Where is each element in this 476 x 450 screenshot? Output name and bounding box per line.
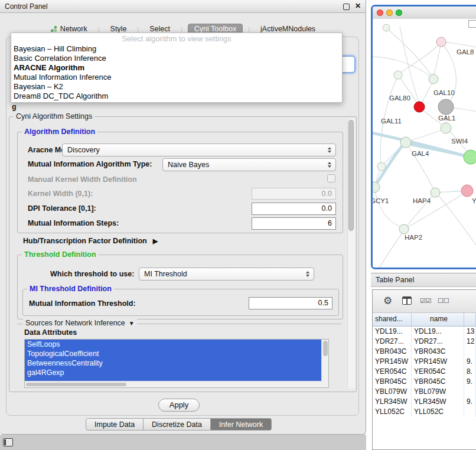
table-row[interactable]: YLL052CYLL052C [373, 407, 476, 417]
obscured-text-fragment: g [12, 103, 17, 111]
data-attributes-listbox[interactable]: SelfLoopsTopologicalCoefficientBetweenne… [24, 339, 329, 388]
threshold-definition-title: Threshold Definition [22, 250, 99, 259]
table-cell: 8. [464, 367, 476, 377]
manual-kernel-checkbox[interactable] [327, 174, 335, 182]
close-icon[interactable]: ✕ [355, 2, 361, 10]
list-horizontal-scrollbar[interactable] [25, 381, 322, 387]
attribute-item[interactable]: gal4RGexp [25, 368, 322, 377]
tab-separator: | [248, 25, 250, 32]
table-row[interactable]: YDR27...YDR27...12 [373, 337, 476, 347]
column-header[interactable]: shared... [373, 313, 412, 326]
aracne-mode-select[interactable]: Discovery [62, 144, 336, 156]
network-node-label: SWI4 [451, 138, 468, 145]
algorithm-option[interactable]: Bayesian – Hill Climbing [11, 44, 342, 54]
mi-steps-input[interactable]: 6 [252, 217, 336, 230]
table-cell: YBR043C [373, 347, 412, 357]
list-vertical-thumb[interactable] [323, 341, 328, 356]
network-node-label: HAP4 [413, 197, 431, 204]
network-node[interactable] [377, 162, 386, 171]
algorithm-option[interactable]: Mutual Information Inference [11, 73, 342, 82]
network-node[interactable] [394, 71, 402, 79]
canvas-corner-box[interactable] [468, 20, 476, 28]
network-edge [399, 42, 441, 74]
network-node[interactable] [383, 24, 390, 31]
network-node[interactable] [373, 182, 380, 193]
table-cell: 9. [464, 357, 476, 367]
mi-threshold-input[interactable]: 0.5 [249, 297, 332, 309]
table-row[interactable]: YDL19...YDL19...13 [373, 327, 476, 337]
table-cell: YDL19... [373, 327, 412, 337]
table-header-row: shared...name [373, 313, 476, 327]
which-threshold-select[interactable]: MI Threshold [139, 268, 314, 281]
table-cell [464, 387, 476, 397]
algorithm-option[interactable]: Dream8 DC_TDC Algorithm [11, 92, 342, 101]
window-minimize-button[interactable] [386, 9, 393, 16]
algorithm-option[interactable]: Basic Correlation Inference [11, 54, 342, 63]
table-cell: YER054C [412, 367, 464, 377]
column-header[interactable] [464, 313, 476, 326]
network-node[interactable] [436, 37, 446, 47]
settings-scrollbar-thumb[interactable] [348, 120, 354, 231]
deselect-all-checks-icon[interactable]: ☐☐ [438, 297, 449, 305]
list-vertical-scrollbar[interactable] [321, 340, 328, 387]
dpi-tolerance-input[interactable]: 0.0 [252, 203, 336, 215]
bottom-tab-discretize-data[interactable]: Discretize Data [144, 418, 211, 431]
table-row[interactable]: YPR145WYPR145W9. [373, 357, 476, 367]
columns-icon[interactable] [402, 296, 412, 305]
manual-kernel-label: Manual Kernel Width Definition [28, 175, 137, 184]
network-node-label: HAP2 [405, 234, 422, 241]
hub-definition-label: Hub/Transcription Factor Definition [23, 237, 147, 245]
network-node[interactable] [461, 185, 473, 197]
network-node-label: GAL10 [433, 89, 455, 96]
attribute-item[interactable]: BetweennessCentrality [25, 358, 322, 368]
attribute-item[interactable]: TopologicalCoefficient [25, 349, 322, 358]
bottom-tab-infer-network[interactable]: Infer Network [211, 418, 272, 431]
network-node-label: GAL4 [412, 150, 429, 157]
settings-scrollbar[interactable] [347, 119, 355, 389]
window-zoom-button[interactable] [396, 9, 402, 16]
network-node[interactable] [414, 102, 425, 112]
network-node[interactable] [431, 188, 440, 197]
cyni-algorithm-settings-group: Cyni Algorithm Settings Algorithm Defini… [9, 116, 357, 392]
network-edge [436, 191, 465, 193]
panel-restore-icon[interactable] [3, 438, 13, 446]
network-node[interactable] [464, 150, 476, 164]
table-cell: 13 [464, 327, 476, 337]
network-node[interactable] [400, 137, 411, 148]
algorithm-dropdown-list: Bayesian – Hill ClimbingBasic Correlatio… [11, 44, 342, 101]
network-graph: GAL8GAL80GAL10GAL11GAL1SWI4GAL4GCY1HAP4Y… [373, 19, 476, 268]
algorithm-option[interactable]: Bayesian – K2 [11, 82, 342, 92]
table-row[interactable]: YBR045CYBR045C9. [373, 377, 476, 387]
apply-button[interactable]: Apply [158, 399, 200, 412]
mi-type-select[interactable]: Naive Bayes [162, 158, 336, 171]
network-node[interactable] [438, 99, 454, 115]
attribute-item[interactable]: SelfLoops [25, 340, 322, 349]
combo-stepper-icon [325, 161, 333, 169]
table-row[interactable]: YLR345WYLR345W9. [373, 397, 476, 407]
table-row[interactable]: YBR043CYBR043C [373, 347, 476, 357]
window-close-button[interactable] [377, 9, 383, 16]
network-node[interactable] [441, 123, 451, 133]
which-threshold-value: MI Threshold [144, 268, 187, 280]
gear-icon[interactable]: ⚙ [383, 295, 392, 307]
sources-section-header[interactable]: Sources for Network Inference▼ [23, 319, 137, 327]
kernel-width-input[interactable]: 0.0 [252, 188, 336, 200]
network-node[interactable] [429, 74, 438, 84]
network-canvas[interactable]: GAL8GAL80GAL10GAL11GAL1SWI4GAL4GCY1HAP4Y… [373, 19, 476, 268]
table-row[interactable]: YER054CYER054C8. [373, 367, 476, 377]
list-horizontal-thumb[interactable] [26, 383, 126, 386]
hub-definition-section[interactable]: Hub/Transcription Factor Definition▶ [23, 237, 158, 245]
collapsed-arrow-icon[interactable]: ▶ [153, 237, 158, 244]
table-cell: YDL19... [412, 327, 464, 337]
float-window-icon[interactable] [343, 4, 350, 10]
network-node[interactable] [399, 224, 409, 234]
data-attributes-label: Data Attributes [24, 328, 77, 337]
column-header[interactable]: name [412, 313, 464, 326]
expanded-arrow-icon[interactable]: ▼ [129, 320, 135, 327]
table-row[interactable]: YBL079WYBL079W [373, 387, 476, 397]
select-all-checks-icon[interactable]: ☑☑ [420, 297, 432, 305]
threshold-definition-group: Threshold Definition Which threshold to … [17, 255, 343, 319]
bottom-tab-impute-data[interactable]: Impute Data [86, 418, 144, 431]
algorithm-option[interactable]: ARACNE Algorithm [11, 63, 342, 73]
network-view-window[interactable]: GAL8GAL80GAL10GAL11GAL1SWI4GAL4GCY1HAP4Y… [371, 5, 476, 269]
